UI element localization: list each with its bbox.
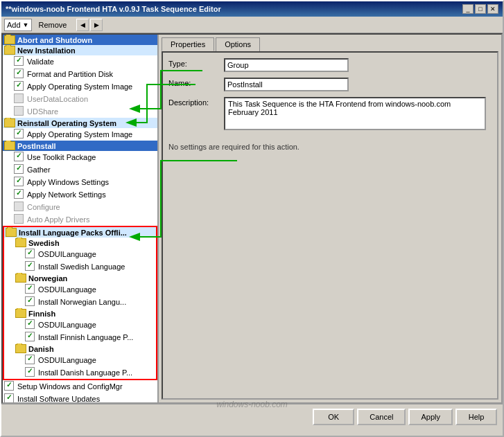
tree-label-abort: Abort and Shutdown [17, 36, 92, 44]
tree-label-osdui-norwegian: OSDUILanguage [38, 285, 96, 294]
tree-item-apply-os-2[interactable]: ✓ Apply Operating System Image [3, 128, 157, 141]
help-button[interactable]: Help [455, 409, 497, 425]
toolbar-icon-2[interactable]: ▶ [90, 19, 103, 31]
check-icon-format: ✓ [14, 69, 25, 80]
tree-panel[interactable]: Abort and Shutdown New Installation ✓ Va… [3, 35, 159, 402]
name-value-container [224, 78, 492, 91]
check-icon-validate: ✓ [14, 56, 25, 67]
tree-item-danish[interactable]: Danish [4, 344, 156, 354]
tree-item-new-installation[interactable]: New Installation [3, 45, 157, 55]
tree-item-auto-drivers[interactable]: Auto Apply Drivers [3, 213, 157, 226]
tree-item-install-software[interactable]: ✓ Install Software Updates [3, 393, 157, 402]
tree-label-swedish: Swedish [28, 239, 60, 247]
tree-label-apply-os-1: Apply Operating System Image [27, 82, 132, 91]
tab-properties[interactable]: Properties [162, 37, 214, 51]
tree-item-osdui-swedish[interactable]: ✓ OSDUILanguage [4, 248, 156, 260]
group-icon-swedish [15, 238, 26, 247]
tree-label-install-finnish: Install Finnish Language P... [38, 333, 133, 341]
tree-label-win-settings: Apply Windows Settings [27, 178, 109, 186]
tree-item-install-lang[interactable]: Install Language Packs Offli... [4, 227, 156, 238]
tree-item-reinstall[interactable]: Reinstall Operating System [3, 118, 157, 128]
tree-label-configure: Configure [27, 203, 60, 211]
check-icon-osdui-finnish: ✓ [25, 319, 36, 330]
main-container: Abort and Shutdown New Installation ✓ Va… [1, 33, 503, 404]
tree-label-validate: Validate [27, 57, 54, 66]
group-icon-norwegian [15, 274, 26, 283]
description-textarea[interactable] [224, 97, 486, 130]
tree-label-reinstall: Reinstall Operating System [17, 119, 116, 127]
tree-label-udshare: UDShare [27, 107, 58, 116]
tree-label-danish: Danish [28, 345, 54, 353]
tree-item-format[interactable]: ✓ Format and Partition Disk [3, 68, 157, 80]
tree-item-osdui-norwegian[interactable]: ✓ OSDUILanguage [4, 283, 156, 296]
description-value-container [224, 97, 486, 132]
tree-item-install-norwegian[interactable]: ✓ Install Norwegian Langu... [4, 296, 156, 308]
tree-item-install-swedish[interactable]: ✓ Install Swedish Language [4, 260, 156, 273]
tree-item-norwegian[interactable]: Norwegian [4, 273, 156, 283]
tree-item-userdataloc[interactable]: UserDataLocation [3, 93, 157, 105]
toolbar-icons: ◀ ▶ [76, 19, 103, 31]
check-icon-apply-os-1: ✓ [14, 81, 25, 92]
close-button[interactable]: ✕ [487, 4, 498, 14]
tree-item-install-finnish[interactable]: ✓ Install Finnish Language P... [4, 331, 156, 344]
check-icon-install-software: ✓ [4, 393, 15, 402]
tree-label-net-settings: Apply Network Settings [27, 190, 106, 199]
group-icon-reinstall [4, 118, 15, 127]
window-controls: _ □ ✕ [462, 4, 498, 14]
tree-item-udshare[interactable]: UDShare [3, 105, 157, 118]
name-row: Name: [168, 78, 492, 91]
check-icon-osdui-swedish: ✓ [25, 249, 36, 260]
cancel-button[interactable]: Cancel [357, 409, 406, 425]
tree-item-win-settings[interactable]: ✓ Apply Windows Settings [3, 176, 157, 188]
tree-item-abort[interactable]: Abort and Shutdown [3, 35, 157, 45]
add-menu[interactable]: Add ▼ [4, 19, 32, 31]
tree-item-postinstall[interactable]: PostInstall [3, 141, 157, 151]
tree-item-configure[interactable]: Configure [3, 201, 157, 213]
apply-button[interactable]: Apply [408, 409, 453, 425]
tree-item-swedish[interactable]: Swedish [4, 238, 156, 248]
check-icon-install-norwegian: ✓ [25, 296, 36, 307]
tree-item-net-settings[interactable]: ✓ Apply Network Settings [3, 188, 157, 201]
check-icon-net-settings: ✓ [14, 189, 25, 200]
tree-item-toolkit[interactable]: ✓ Use Toolkit Package [3, 151, 157, 163]
toolbar-icon-1[interactable]: ◀ [76, 19, 89, 31]
tree-label-install-software: Install Software Updates [17, 395, 100, 402]
tab-properties-label: Properties [171, 40, 205, 48]
name-input[interactable] [224, 78, 349, 91]
tree-label-norwegian: Norwegian [28, 274, 67, 283]
check-icon-osdui-danish: ✓ [25, 355, 36, 366]
add-arrow-icon: ▼ [23, 21, 29, 28]
type-value-container [224, 58, 492, 72]
type-input[interactable] [224, 58, 349, 72]
tree-item-finnish[interactable]: Finnish [4, 308, 156, 319]
tree-item-osdui-finnish[interactable]: ✓ OSDUILanguage [4, 319, 156, 331]
minimize-button[interactable]: _ [462, 4, 473, 14]
check-icon-userdataloc [14, 93, 25, 105]
check-icon-win-settings: ✓ [14, 177, 25, 188]
tree-label-postinstall: PostInstall [17, 142, 56, 150]
group-icon-new [4, 46, 15, 55]
remove-button[interactable]: Remove [35, 19, 71, 30]
tree-item-install-danish[interactable]: ✓ Install Danish Language P... [4, 366, 156, 379]
group-icon-abort [4, 35, 15, 44]
tree-item-setup-windows[interactable]: ✓ Setup Windows and ConfigMgr [3, 380, 157, 393]
title-text: **windows-noob Frontend HTA v.0.9J Task … [6, 5, 221, 13]
maximize-button[interactable]: □ [475, 4, 486, 14]
tree-item-gather[interactable]: ✓ Gather [3, 163, 157, 176]
group-icon-danish [15, 344, 26, 353]
tree-label-new-installation: New Installation [17, 46, 76, 55]
tree-label-install-swedish: Install Swedish Language [38, 262, 125, 271]
group-icon-install-lang [6, 228, 17, 237]
ok-button[interactable]: OK [313, 409, 354, 425]
tree-item-validate[interactable]: ✓ Validate [3, 55, 157, 68]
tab-options[interactable]: Options [216, 37, 260, 51]
type-row: Type: [168, 58, 492, 72]
tree-label-install-danish: Install Danish Language P... [38, 368, 132, 377]
tree-item-osdui-danish[interactable]: ✓ OSDUILanguage [4, 354, 156, 366]
check-icon-install-swedish: ✓ [25, 261, 36, 272]
tree-item-apply-os-1[interactable]: ✓ Apply Operating System Image [3, 80, 157, 93]
tree-label-install-lang: Install Language Packs Offli... [19, 229, 127, 237]
description-row: Description: [168, 97, 492, 132]
tab-options-label: Options [225, 40, 251, 48]
group-icon-finnish [15, 309, 26, 318]
